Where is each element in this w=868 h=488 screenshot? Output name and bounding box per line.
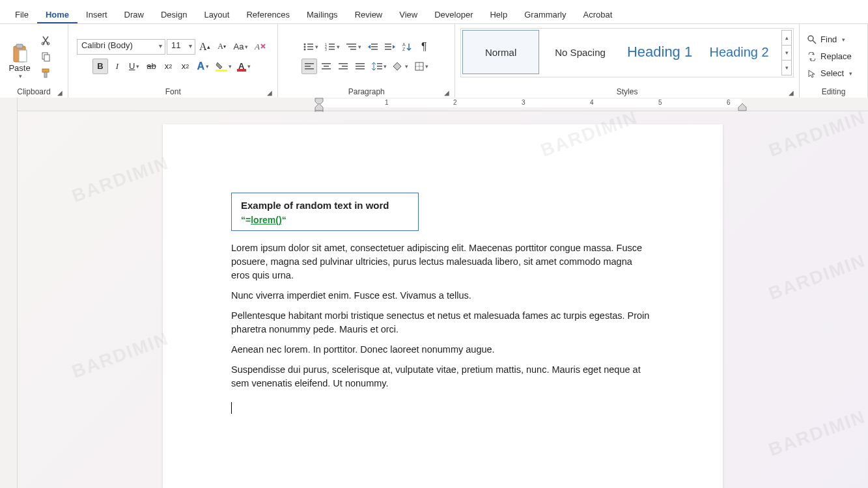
format-painter-button[interactable] (38, 66, 53, 79)
tab-grammarly[interactable]: Grammarly (516, 6, 574, 23)
svg-rect-44 (356, 63, 365, 64)
highlight-button[interactable]: ▾ (213, 59, 234, 74)
tab-view[interactable]: View (391, 6, 426, 23)
find-button[interactable]: Find▾ (805, 31, 862, 48)
svg-rect-45 (356, 66, 365, 67)
copy-button[interactable] (38, 49, 53, 63)
search-icon (807, 35, 817, 44)
superscript-button[interactable]: x2 (177, 59, 193, 74)
text-effects-button[interactable]: A▾ (194, 59, 212, 74)
style-heading-1[interactable]: Heading 1 (621, 30, 698, 74)
replace-button[interactable]: Replace (805, 48, 862, 65)
line-spacing-button[interactable]: ▾ (369, 59, 389, 74)
svg-rect-46 (356, 68, 365, 70)
first-line-indent-marker[interactable] (315, 98, 324, 98)
svg-rect-7 (42, 69, 49, 72)
style-no-spacing[interactable]: No Spacing (542, 30, 619, 74)
styles-scroll-down[interactable]: ▾ (781, 45, 792, 60)
shrink-font-button[interactable]: A▾ (214, 39, 230, 55)
align-right-button[interactable] (335, 59, 351, 74)
svg-rect-13 (307, 44, 313, 45)
styles-group-label: Styles (617, 87, 638, 96)
svg-rect-27 (371, 44, 378, 45)
svg-rect-32 (385, 49, 391, 50)
svg-text:3: 3 (325, 47, 327, 51)
grow-font-button[interactable]: A▴ (197, 39, 213, 55)
underline-button[interactable]: U▾ (126, 59, 142, 74)
multilevel-list-button[interactable]: ▾ (344, 39, 364, 55)
increase-indent-button[interactable] (382, 39, 398, 55)
styles-launcher[interactable]: ◢ (789, 89, 794, 96)
italic-button[interactable]: I (109, 59, 125, 74)
styles-scroll-up[interactable]: ▴ (781, 30, 792, 45)
tab-review[interactable]: Review (346, 6, 391, 23)
svg-rect-25 (348, 46, 356, 47)
tab-design[interactable]: Design (152, 6, 195, 23)
vertical-ruler[interactable] (0, 98, 18, 98)
replace-icon (807, 52, 817, 61)
tab-references[interactable]: References (238, 6, 298, 23)
paragraph-launcher[interactable]: ◢ (444, 89, 449, 96)
change-case-button[interactable]: Aa▾ (231, 39, 251, 55)
tab-file[interactable]: File (7, 6, 37, 23)
shading-button[interactable]: ▾ (391, 59, 411, 74)
align-center-button[interactable] (318, 59, 334, 74)
ribbon: Paste ▾ Clipboard◢ Calibri (Body)▾ 11▾ A… (0, 24, 868, 98)
font-name-value: Calibri (Body) (81, 40, 133, 50)
svg-rect-40 (322, 68, 331, 70)
paragraph-group-label: Paragraph (348, 87, 385, 96)
font-name-combobox[interactable]: Calibri (Body)▾ (77, 39, 165, 55)
paste-button[interactable]: Paste ▾ (5, 34, 34, 79)
svg-rect-2 (19, 50, 27, 62)
svg-rect-29 (371, 49, 378, 50)
svg-rect-37 (305, 68, 314, 70)
svg-rect-6 (44, 55, 49, 61)
svg-rect-39 (324, 66, 329, 67)
svg-rect-35 (305, 63, 314, 64)
svg-point-12 (304, 43, 306, 45)
tab-developer[interactable]: Developer (426, 6, 481, 23)
tab-layout[interactable]: Layout (195, 6, 238, 23)
align-left-button[interactable] (301, 59, 317, 74)
bold-button[interactable]: B (92, 59, 108, 74)
svg-rect-15 (307, 46, 313, 47)
font-launcher[interactable]: ◢ (267, 89, 272, 96)
tab-insert[interactable]: Insert (77, 6, 116, 23)
cut-button[interactable] (38, 33, 53, 47)
strikethrough-button[interactable]: ab (143, 59, 159, 74)
tab-help[interactable]: Help (481, 6, 516, 23)
document-canvas[interactable]: 123456 BARDIMINBARDIMINBARDIMINBARDIMINB… (18, 98, 868, 98)
tab-mailings[interactable]: Mailings (298, 6, 346, 23)
tab-home[interactable]: Home (37, 6, 77, 23)
svg-text:Z: Z (402, 47, 406, 51)
clear-formatting-button[interactable]: A (252, 39, 269, 55)
svg-rect-36 (305, 66, 311, 67)
horizontal-ruler[interactable]: 123456 (18, 98, 868, 98)
subscript-button[interactable]: x2 (160, 59, 176, 74)
style-heading-2[interactable]: Heading 2 (701, 30, 777, 74)
sort-button[interactable]: AZ (399, 39, 415, 55)
decrease-indent-button[interactable] (365, 39, 381, 55)
svg-rect-42 (342, 66, 348, 67)
font-color-button[interactable]: A▾ (236, 59, 253, 74)
borders-button[interactable]: ▾ (412, 59, 431, 74)
show-marks-button[interactable]: ¶ (416, 39, 432, 55)
numbering-button[interactable]: 123▾ (322, 39, 343, 55)
styles-scroll-more[interactable]: ▾ (781, 60, 792, 75)
svg-rect-50 (393, 70, 404, 71)
font-size-combobox[interactable]: 11▾ (167, 39, 195, 55)
svg-line-55 (813, 40, 816, 44)
svg-rect-1 (16, 44, 23, 48)
svg-rect-19 (329, 44, 335, 45)
workspace: 123456 BARDIMINBARDIMINBARDIMINBARDIMINB… (0, 98, 868, 98)
svg-rect-10 (216, 70, 227, 72)
svg-rect-41 (339, 63, 348, 64)
svg-rect-21 (329, 46, 335, 47)
bullets-button[interactable]: ▾ (301, 39, 321, 55)
select-button[interactable]: Select▾ (805, 65, 862, 82)
justify-button[interactable] (352, 59, 368, 74)
clipboard-launcher[interactable]: ◢ (57, 89, 63, 96)
style-normal[interactable]: Normal (462, 30, 539, 74)
tab-acrobat[interactable]: Acrobat (575, 6, 621, 23)
tab-draw[interactable]: Draw (116, 6, 152, 23)
